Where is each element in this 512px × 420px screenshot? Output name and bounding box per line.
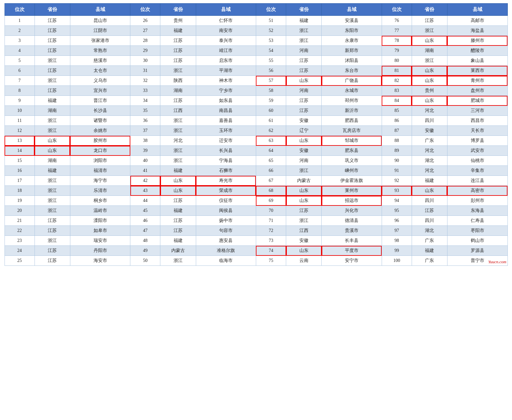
table-cell: 宁乡市 bbox=[196, 86, 256, 96]
table-cell: 84 bbox=[382, 96, 412, 106]
table-cell: 瑞安市 bbox=[70, 236, 130, 246]
table-cell: 邹城市 bbox=[322, 136, 382, 146]
table-cell: 江阴市 bbox=[70, 26, 130, 36]
table-cell: 福建 bbox=[160, 206, 196, 216]
table-cell: 安徽 bbox=[286, 116, 322, 126]
table-cell: 四川 bbox=[412, 196, 447, 206]
table-cell: 97 bbox=[382, 226, 412, 236]
table-cell: 天长市 bbox=[447, 126, 507, 136]
table-cell: 8 bbox=[5, 86, 35, 96]
table-cell: 江苏 bbox=[35, 226, 70, 236]
table-cell: 扬中市 bbox=[196, 216, 256, 226]
table-cell: 浙江 bbox=[160, 156, 196, 166]
table-cell: 30 bbox=[130, 56, 160, 66]
table-cell: 98 bbox=[382, 236, 412, 246]
table-cell: 象山县 bbox=[447, 56, 507, 66]
table-cell: 91 bbox=[382, 166, 412, 176]
table-cell: 博罗县 bbox=[447, 136, 507, 146]
table-cell: 罗源县 bbox=[447, 246, 507, 256]
table-cell: 邳州市 bbox=[322, 96, 382, 106]
table-cell: 浙江 bbox=[286, 36, 322, 46]
table-cell: 35 bbox=[130, 106, 160, 116]
table-cell: 64 bbox=[256, 146, 286, 156]
table-cell: 醴陵市 bbox=[447, 46, 507, 56]
table-cell: 92 bbox=[382, 176, 412, 186]
table-cell: 福建 bbox=[412, 176, 447, 186]
table-cell: 80 bbox=[382, 56, 412, 66]
table-cell: 55 bbox=[256, 56, 286, 66]
table-cell: 12 bbox=[5, 126, 35, 136]
table-cell: 山东 bbox=[286, 186, 322, 196]
table-cell: 85 bbox=[382, 106, 412, 116]
table-cell: 3 bbox=[5, 36, 35, 46]
table-cell: 溧阳市 bbox=[70, 216, 130, 226]
table-cell: 贵州 bbox=[412, 86, 447, 96]
table-cell: 山东 bbox=[286, 76, 322, 86]
table-cell: 贵州 bbox=[160, 16, 196, 26]
column-header: 省份 bbox=[412, 4, 447, 16]
table-cell: 浙江 bbox=[160, 66, 196, 76]
column-header: 省份 bbox=[35, 4, 70, 16]
table-cell: 江苏 bbox=[160, 226, 196, 236]
table-cell: 57 bbox=[256, 76, 286, 86]
table-cell: 39 bbox=[130, 146, 160, 156]
table-cell: 49 bbox=[130, 246, 160, 256]
table-cell: 昆山市 bbox=[70, 16, 130, 26]
table-cell: 湖北 bbox=[412, 156, 447, 166]
table-cell: 山东 bbox=[412, 66, 447, 76]
table-row: 3江苏张家港市28江苏泰兴市53浙江永康市78山东滕州市 bbox=[5, 36, 507, 46]
table-cell: 高邮市 bbox=[447, 16, 507, 26]
table-cell: 江苏 bbox=[160, 96, 196, 106]
table-cell: 江苏 bbox=[286, 56, 322, 66]
table-cell: 95 bbox=[382, 206, 412, 216]
table-cell: 伊金霍洛旗 bbox=[322, 176, 382, 186]
table-cell: 新沂市 bbox=[322, 106, 382, 116]
table-row: 8江苏宜兴市33湖南宁乡市58河南永城市83贵州盘州市 bbox=[5, 86, 507, 96]
column-header: 位次 bbox=[5, 4, 35, 16]
table-cell: 广东 bbox=[412, 256, 447, 266]
table-cell: 9 bbox=[5, 96, 35, 106]
table-cell: 河北 bbox=[412, 106, 447, 116]
table-cell: 浙江 bbox=[35, 56, 70, 66]
table-cell: 永城市 bbox=[322, 86, 382, 96]
table-cell: 安徽 bbox=[286, 236, 322, 246]
table-cell: 山东 bbox=[35, 146, 70, 156]
table-cell: 山东 bbox=[286, 246, 322, 256]
table-cell: 三河市 bbox=[447, 106, 507, 116]
table-cell: 15 bbox=[5, 156, 35, 166]
table-cell: 惠安县 bbox=[196, 236, 256, 246]
table-cell: 51 bbox=[256, 16, 286, 26]
table-cell: 28 bbox=[130, 36, 160, 46]
table-cell: 61 bbox=[256, 116, 286, 126]
table-cell: 江苏 bbox=[35, 66, 70, 76]
table-cell: 江西 bbox=[286, 226, 322, 236]
table-cell: 平湖市 bbox=[196, 66, 256, 76]
table-cell: 东台市 bbox=[322, 66, 382, 76]
table-cell: 山东 bbox=[412, 76, 447, 86]
table-cell: 江苏 bbox=[160, 36, 196, 46]
table-row: 10湖南长沙县35江西南昌县60江苏新沂市85河北三河市 bbox=[5, 106, 507, 116]
table-cell: 贵溪市 bbox=[322, 226, 382, 236]
table-cell: 江苏 bbox=[35, 256, 70, 266]
table-cell: 南安市 bbox=[196, 26, 256, 36]
table-cell: 16 bbox=[5, 166, 35, 176]
table-cell: 安溪县 bbox=[322, 16, 382, 26]
table-cell: 河南 bbox=[286, 46, 322, 56]
table-cell: 13 bbox=[5, 136, 35, 146]
table-cell: 西昌市 bbox=[447, 116, 507, 126]
table-cell: 福清市 bbox=[70, 166, 130, 176]
table-cell: 79 bbox=[382, 46, 412, 56]
table-cell: 如皋市 bbox=[70, 226, 130, 236]
table-cell: 22 bbox=[5, 226, 35, 236]
table-cell: 71 bbox=[256, 216, 286, 226]
table-cell: 67 bbox=[256, 176, 286, 186]
table-cell: 44 bbox=[130, 196, 160, 206]
table-cell: 82 bbox=[382, 76, 412, 86]
table-cell: 83 bbox=[382, 86, 412, 96]
table-row: 23浙江瑞安市48福建惠安县73安徽长丰县98广东鹤山市 bbox=[5, 236, 507, 246]
table-cell: 浙江 bbox=[286, 166, 322, 176]
table-cell: 如东县 bbox=[196, 96, 256, 106]
table-cell: 21 bbox=[5, 216, 35, 226]
table-cell: 荣成市 bbox=[196, 186, 256, 196]
table-cell: 浙江 bbox=[412, 56, 447, 66]
